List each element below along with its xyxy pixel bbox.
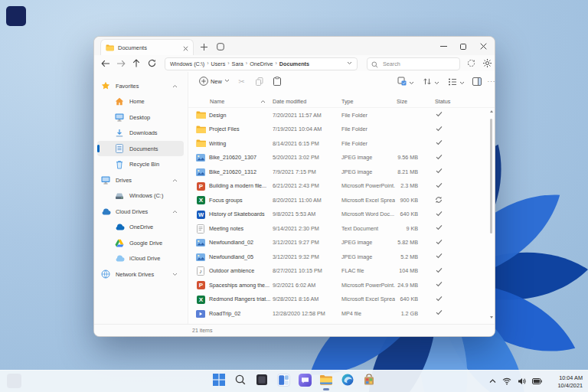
taskbar-file-explorer-button[interactable] (317, 371, 335, 391)
sidebar-item-documents[interactable]: Documents (97, 141, 184, 156)
column-header-size[interactable]: Size (397, 98, 407, 105)
file-row[interactable]: W History of Skateboards 9/8/2021 5:53 A… (188, 207, 495, 222)
wifi-icon[interactable] (502, 377, 511, 385)
file-row[interactable]: RoadTrip_02 12/28/2020 12:58 PM MP4 file… (188, 306, 495, 321)
file-row[interactable]: ♪ Outdoor ambience 8/27/2021 10:15 PM FL… (188, 264, 495, 279)
taskbar-search-button[interactable] (231, 371, 250, 391)
refresh-button[interactable] (145, 57, 158, 70)
more-options-button[interactable]: ··· (485, 74, 495, 89)
desktop-shortcut-icon[interactable] (6, 6, 26, 26)
tab-documents[interactable]: Documents (100, 39, 194, 55)
paste-button[interactable] (270, 74, 284, 89)
up-button[interactable] (129, 57, 142, 70)
view-button[interactable] (446, 74, 466, 89)
sidebar-item-recycle-bin[interactable]: Recycle Bin (97, 157, 184, 172)
sidebar-section-drives[interactable]: Drives (97, 172, 184, 188)
preview-pane-button[interactable] (469, 74, 484, 89)
sync-button[interactable] (465, 57, 478, 70)
file-name: Newfoundland_02 (209, 239, 271, 246)
battery-icon[interactable] (532, 378, 542, 384)
sidebar-item-home[interactable]: Home (97, 94, 184, 109)
chevron-up-icon[interactable] (489, 379, 496, 384)
column-header-name[interactable]: Name (210, 98, 224, 105)
forward-button[interactable] (114, 57, 127, 70)
scrollbar-thumb[interactable] (490, 119, 492, 234)
file-name: Outdoor ambience (209, 267, 271, 274)
chevron-up-icon[interactable] (172, 178, 178, 185)
new-button-label: New (211, 78, 222, 85)
column-header-status[interactable]: Status (435, 98, 450, 105)
new-tab-button[interactable] (197, 40, 211, 54)
taskbar-chat-button[interactable] (296, 371, 314, 391)
sidebar-item-desktop[interactable]: Desktop (97, 109, 184, 125)
breadcrumb-segment[interactable]: Documents (279, 60, 309, 67)
cut-button[interactable]: ✂ (234, 74, 249, 89)
new-button[interactable]: New (194, 74, 234, 89)
plus-icon (201, 40, 207, 54)
sidebar-item-windows-c-[interactable]: Windows (C:) (97, 188, 184, 204)
taskbar-clock[interactable]: 10:04 AM 10/4/2021 (558, 374, 583, 389)
chevron-down-icon[interactable] (347, 60, 352, 67)
taskbar-task-view-button[interactable] (253, 371, 271, 391)
sidebar-item-google-drive[interactable]: Google Drive (97, 235, 184, 250)
sidebar-item-downloads[interactable]: Downloads (97, 126, 184, 141)
chevron-up-icon[interactable] (172, 209, 178, 216)
tab-overview-button[interactable] (214, 40, 227, 54)
file-row[interactable]: X Redmond Rangers triat... 9/28/2021 8:1… (188, 292, 495, 307)
file-row[interactable]: X Focus groups 8/20/2021 11:00 AM Micros… (188, 193, 495, 207)
taskbar-start-button[interactable] (210, 371, 228, 391)
sidebar-section-cloud-drives[interactable]: Cloud Drives (97, 204, 184, 219)
taskbar-widgets-button[interactable] (274, 371, 292, 391)
items-count: 21 items (192, 328, 212, 333)
sidebar-section-network-drives[interactable]: Network Drives (97, 266, 184, 282)
breadcrumb-segment[interactable]: Sara (232, 60, 243, 67)
file-row[interactable]: Writing 8/14/2021 6:15 PM File Folder (188, 136, 495, 151)
file-row[interactable]: Bike_210620_1307 5/20/2021 3:02 PM JPEG … (188, 151, 495, 165)
chevron-down-icon[interactable] (172, 272, 178, 279)
sidebar-section-favorites[interactable]: Favorites (97, 78, 184, 93)
taskbar-edge-button[interactable] (338, 371, 357, 391)
file-row[interactable]: Newfoundland_02 3/12/2021 9:27 PM JPEG i… (188, 236, 495, 250)
status-synced-icon (430, 309, 448, 317)
column-header-date[interactable]: Date modified (273, 98, 306, 105)
file-row[interactable]: Bike_210620_1312 7/9/2021 7:15 PM JPEG i… (188, 165, 495, 179)
copy-button[interactable] (252, 74, 266, 89)
file-row[interactable]: Newfoundland_05 3/12/2021 9:32 PM JPEG i… (188, 250, 495, 264)
forward-icon (116, 57, 126, 70)
volume-icon[interactable] (518, 377, 526, 385)
scroll-down-icon[interactable] (489, 315, 494, 319)
file-type: File Folder (341, 126, 395, 132)
file-row[interactable]: Meeting notes 9/14/2021 2:30 PM Text Doc… (188, 221, 495, 236)
file-row[interactable]: P Building a modern file... 6/21/2021 2:… (188, 179, 495, 194)
file-row[interactable]: P Spaceships among the... 9/2/2021 6:02 … (188, 278, 495, 292)
svg-text:X: X (198, 197, 203, 204)
column-header-type[interactable]: Type (341, 98, 354, 105)
search-box[interactable] (367, 57, 460, 70)
maximize-button[interactable] (453, 37, 473, 54)
close-tab-icon[interactable] (183, 41, 188, 54)
file-size: 9 KB (368, 225, 418, 232)
chevron-up-icon[interactable] (172, 83, 178, 90)
chevron-down-icon (434, 75, 439, 89)
sort-button[interactable] (421, 74, 441, 89)
back-button[interactable] (99, 57, 112, 70)
multiselect-button[interactable] (396, 74, 416, 89)
sidebar-item-onedrive[interactable]: OneDrive (97, 220, 184, 235)
sidebar-section-label: Network Drives (116, 271, 154, 278)
minimize-button[interactable] (433, 37, 453, 54)
file-row[interactable]: Design 7/20/2021 11:57 AM File Folder (188, 108, 495, 122)
search-input[interactable] (381, 60, 450, 68)
breadcrumb-segment[interactable]: Windows (C:\) (170, 60, 204, 67)
breadcrumb[interactable]: Windows (C:\)›Users›Sara›OneDrive›Docume… (165, 57, 358, 70)
settings-button[interactable] (481, 57, 494, 70)
taskbar-store-button[interactable] (360, 371, 378, 391)
breadcrumb-segment[interactable]: OneDrive (250, 60, 273, 67)
scrollbar[interactable] (489, 108, 493, 321)
close-button[interactable] (473, 37, 493, 54)
navigation-bar: Windows (C:\)›Users›Sara›OneDrive›Docume… (94, 55, 495, 72)
file-row[interactable]: Project Files 7/19/2021 10:04 AM File Fo… (188, 122, 495, 137)
sidebar-item-icloud-drive[interactable]: iCloud Drive (97, 251, 184, 266)
breadcrumb-segment[interactable]: Users (211, 60, 225, 67)
recycle-icon (114, 160, 125, 169)
scroll-up-icon[interactable] (489, 109, 494, 113)
